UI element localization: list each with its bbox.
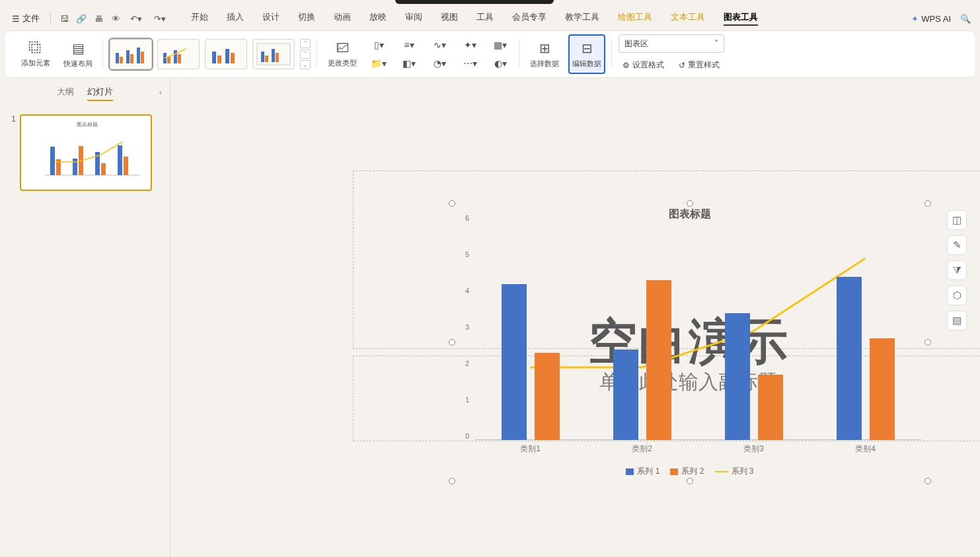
svg-rect-5 <box>141 52 144 63</box>
file-menu[interactable]: ☰ 文件 <box>7 10 45 27</box>
panel-tab-slides[interactable]: 幻灯片 <box>87 86 113 101</box>
reset-style-button[interactable]: ↺ 重置样式 <box>675 57 724 73</box>
separator <box>50 13 51 24</box>
tab-tools[interactable]: 工具 <box>476 11 494 26</box>
slide-thumbnail-1[interactable]: 图表标题 <box>20 114 152 191</box>
side-tool-settings-icon[interactable]: ⬡ <box>947 285 967 305</box>
slide-canvas[interactable]: 空白演示 单击此处输入副标题 图表标题 0123456 类别1类别2类别3类别4… <box>170 78 980 557</box>
bar-series1 <box>837 277 862 441</box>
ytick: 4 <box>465 287 469 295</box>
chart-style-preset-1[interactable] <box>110 39 152 69</box>
tab-teaching[interactable]: 教学工具 <box>565 11 599 26</box>
chart-pie-dropdown[interactable]: ◔▾ <box>427 56 452 71</box>
chart-bar-dropdown[interactable]: ▯▾ <box>366 38 391 52</box>
side-tool-elements-icon[interactable]: ◫ <box>947 210 967 230</box>
side-tool-brush-icon[interactable]: ✎ <box>947 235 967 255</box>
chart-align-dropdown[interactable]: ≡▾ <box>396 38 422 52</box>
svg-rect-13 <box>231 53 235 63</box>
bar-series1 <box>502 284 527 441</box>
select-data-button[interactable]: ⊞ 选择数据 <box>526 34 563 74</box>
tab-design[interactable]: 设计 <box>262 11 280 26</box>
edit-data-label: 编辑数据 <box>572 59 601 69</box>
wpsai-button[interactable]: ✦ WPS AI <box>911 14 951 24</box>
bar-series1 <box>613 350 638 441</box>
legend-swatch-1 <box>626 468 634 475</box>
style-scroll-down[interactable]: ˅ <box>300 50 311 59</box>
resize-handle-mr[interactable] <box>924 339 931 346</box>
tab-draw-tools[interactable]: 绘图工具 <box>618 11 652 26</box>
chart-legend: 系列 1 系列 2 系列 3 <box>452 466 928 477</box>
chart-grid-dropdown[interactable]: ▦▾ <box>488 38 513 52</box>
share-icon[interactable]: 🔗 <box>73 11 89 26</box>
chart-element-selected: 图表区 <box>624 38 648 50</box>
side-tool-filter-icon[interactable]: ⧩ <box>947 260 967 280</box>
chart-area-dropdown[interactable]: ◐▾ <box>488 56 513 71</box>
chart-scatter-dropdown[interactable]: ⋯▾ <box>457 56 482 71</box>
svg-rect-18 <box>276 53 279 62</box>
chart-el-dropdown[interactable]: ◧▾ <box>396 56 422 71</box>
svg-rect-8 <box>174 50 177 63</box>
select-data-icon: ⊞ <box>539 40 550 56</box>
chart-star-dropdown[interactable]: ✦▾ <box>457 38 482 52</box>
legend-line-3 <box>715 471 728 472</box>
preview-icon[interactable]: 👁 <box>108 11 124 26</box>
tab-transition[interactable]: 切换 <box>298 11 315 26</box>
chart-style-preset-3[interactable] <box>205 39 247 69</box>
resize-handle-br[interactable] <box>924 478 931 484</box>
style-scroll: ˄ ˅ ⌄ <box>300 39 311 69</box>
slide-panel: 大纲 幻灯片 ‹ 1 图表标题 <box>0 78 170 557</box>
save-icon[interactable]: 🖫 <box>56 11 72 26</box>
menubar: ☰ 文件 🖫 🔗 🖶 👁 ↶▾ ↷▾ 开始 插入 设计 切换 动画 放映 审阅 … <box>0 7 980 30</box>
resize-handle-tm[interactable] <box>687 200 693 207</box>
search-icon[interactable]: 🔍 <box>958 11 973 26</box>
quick-layout-label: 快速布局 <box>63 59 93 69</box>
style-scroll-up[interactable]: ˄ <box>300 39 311 48</box>
chart-object[interactable]: 图表标题 0123456 类别1类别2类别3类别4 系列 1 系列 2 系列 3 <box>452 204 928 481</box>
legend-label-3: 系列 3 <box>732 466 754 477</box>
tab-review[interactable]: 审阅 <box>405 11 422 26</box>
tab-slideshow[interactable]: 放映 <box>369 11 387 26</box>
chart-element-selector[interactable]: 图表区 ˅ <box>619 34 724 53</box>
chart-style-preset-4[interactable] <box>252 39 295 69</box>
edit-data-button[interactable]: ⊟ 编辑数据 <box>568 34 605 74</box>
ribbon-group-type: 🗠 更改类型 ▯▾ 📁▾ ≡▾ ◧▾ ∿▾ ◔▾ ✦▾ ⋯▾ ▦▾ ◐▾ <box>317 34 519 74</box>
style-scroll-more[interactable]: ⌄ <box>300 60 311 69</box>
resize-handle-ml[interactable] <box>449 339 455 346</box>
xlabel: 类别3 <box>725 443 783 455</box>
quick-layout-button[interactable]: ▤ 快速布局 <box>59 34 96 74</box>
chart-line-dropdown[interactable]: ∿▾ <box>427 38 452 52</box>
resize-handle-tl[interactable] <box>449 200 455 207</box>
ribbon-group-format: 图表区 ˅ ⚙ 设置格式 ↺ 重置样式 <box>612 34 731 74</box>
chart-folder-dropdown[interactable]: 📁▾ <box>366 56 391 71</box>
redo-button[interactable]: ↷▾ <box>149 11 171 26</box>
resize-handle-bl[interactable] <box>449 478 455 484</box>
resize-handle-bm[interactable] <box>687 478 693 484</box>
panel-tab-outline[interactable]: 大纲 <box>57 86 74 101</box>
set-format-button[interactable]: ⚙ 设置格式 <box>619 57 668 73</box>
legend-swatch-2 <box>670 468 678 475</box>
tab-member[interactable]: 会员专享 <box>512 11 547 26</box>
add-element-button[interactable]: ⿻ 添加元素 <box>17 34 54 74</box>
svg-rect-27 <box>118 145 122 175</box>
chart-yaxis: 0123456 <box>459 222 472 440</box>
tab-insert[interactable]: 插入 <box>227 11 244 26</box>
tab-animation[interactable]: 动画 <box>334 11 351 26</box>
side-tool-layout-icon[interactable]: ▤ <box>947 311 967 330</box>
ribbon-group-data: ⊞ 选择数据 ⊟ 编辑数据 <box>519 34 612 74</box>
tab-view[interactable]: 视图 <box>441 11 458 26</box>
print-icon[interactable]: 🖶 <box>91 11 106 26</box>
active-doc-tab <box>395 0 554 4</box>
ytick: 5 <box>465 250 469 258</box>
panel-collapse-icon[interactable]: ‹ <box>159 87 162 97</box>
tab-text-tools[interactable]: 文本工具 <box>671 11 705 26</box>
chart-style-preset-2[interactable] <box>157 39 200 69</box>
svg-rect-1 <box>120 57 123 63</box>
undo-button[interactable]: ↶▾ <box>125 11 147 26</box>
tab-chart-tools[interactable]: 图表工具 <box>724 11 758 26</box>
resize-handle-tr[interactable] <box>924 200 931 207</box>
tab-home[interactable]: 开始 <box>191 11 208 26</box>
main-tabs: 开始 插入 设计 切换 动画 放映 审阅 视图 工具 会员专享 教学工具 绘图工… <box>191 11 758 26</box>
ytick: 0 <box>465 432 469 440</box>
change-type-button[interactable]: 🗠 更改类型 <box>324 34 361 74</box>
legend-label-2: 系列 2 <box>681 466 704 477</box>
